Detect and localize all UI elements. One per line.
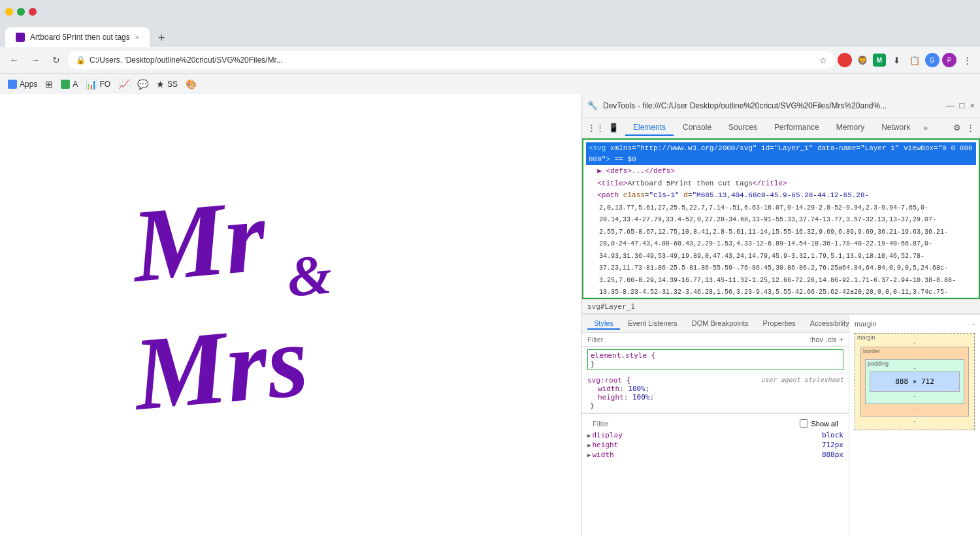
lower-tab-event-listeners[interactable]: Event Listeners: [621, 318, 684, 330]
border-bottom-value: -: [913, 405, 915, 412]
tab-sources[interactable]: Sources: [721, 120, 765, 136]
svg-text:&: &: [285, 242, 335, 309]
extension-icon-5[interactable]: 📋: [907, 52, 923, 68]
tab-bar: Artboard 5Print then cut tags × +: [0, 24, 980, 47]
breadcrumb-text[interactable]: svg#Layer_1: [587, 302, 635, 311]
devtools-close-button[interactable]: ×: [970, 101, 975, 110]
html-line-title: <title>Artboard 5Print then cut tags</ti…: [586, 178, 976, 190]
margin-label: margin: [857, 334, 875, 341]
element-style-closing: }: [591, 360, 595, 368]
lower-tab-dom-breakpoints[interactable]: DOM Breakpoints: [685, 318, 755, 330]
bookmark-a[interactable]: A: [61, 80, 78, 89]
bookmark-chat[interactable]: 💬: [137, 79, 148, 89]
devtools-tabs: ⋮⋮ 📱 Elements Console Sources Performanc…: [582, 118, 980, 138]
extension-icon-1[interactable]: [838, 53, 852, 67]
refresh-button[interactable]: ↻: [47, 51, 65, 69]
devtools-maximize-button[interactable]: □: [960, 101, 965, 110]
tab-more-button[interactable]: »: [919, 121, 932, 135]
address-bar-row: ← → ↻ 🔒 C:/Users. 'Desktop/outline%20cri…: [0, 47, 980, 73]
tab-console[interactable]: Console: [675, 120, 719, 136]
html-line-path7: 37.23,11.73-81.86-25.5-81.86-55.59-.76-8…: [586, 262, 976, 274]
show-all-checkbox[interactable]: [800, 419, 808, 428]
html-line-path2: 2,0,13.77,5.61,27,25.5,22.7,7.14-.51,6.6…: [586, 202, 976, 214]
element-style-editor[interactable]: element.style { }: [587, 349, 843, 370]
profile-icon[interactable]: P: [942, 53, 956, 67]
extension-icon-2[interactable]: 🦁: [855, 52, 870, 68]
border-label: border: [863, 348, 880, 355]
computed-filter-input[interactable]: [593, 420, 797, 428]
html-line-defs: ▶ <defs>...</defs>: [586, 165, 976, 178]
html-line-path5: 28,0-24-47.43,4.08-60.43,2.29-1.53,4.33-…: [586, 238, 976, 250]
maximize-button[interactable]: [17, 8, 25, 16]
more-button[interactable]: ⋮: [959, 52, 975, 68]
height-expand-icon[interactable]: ▶: [587, 442, 591, 449]
tab-title: Artboard 5Print then cut tags: [30, 33, 130, 42]
close-window-button[interactable]: [29, 8, 37, 16]
box-content: 888 × 712: [870, 371, 960, 392]
browser-chrome: Artboard 5Print then cut tags × + ← → ↻ …: [0, 0, 980, 94]
filter-cls-badge[interactable]: .cls: [826, 336, 837, 343]
computed-display-prop: ▶display block: [587, 430, 843, 440]
minimize-button[interactable]: [5, 8, 13, 16]
bookmark-star[interactable]: ★ SS: [156, 79, 178, 89]
devtools-panel: 🔧 DevTools - file:///C:/User Desktop/out…: [581, 94, 980, 536]
address-bar[interactable]: 🔒 C:/Users. 'Desktop/outline%20cricut/SV…: [68, 51, 835, 69]
devtools-dock-icon[interactable]: ⋮: [966, 123, 975, 133]
box-model-panel: margin - margin - border - padding -: [849, 315, 980, 536]
devtools-minimize-button[interactable]: —: [946, 101, 955, 110]
tab-favicon: [16, 33, 25, 42]
tab-elements[interactable]: Elements: [625, 120, 674, 136]
devtools-icon: ⋮⋮: [587, 123, 604, 133]
element-style-block: element.style { }: [582, 347, 849, 373]
tab-performance[interactable]: Performance: [766, 120, 827, 136]
lower-tab-properties[interactable]: Properties: [757, 318, 802, 330]
extension-icon-3[interactable]: M: [873, 54, 886, 67]
width-expand-icon[interactable]: ▶: [587, 452, 591, 458]
forward-button[interactable]: →: [26, 51, 44, 69]
display-prop-name: display: [592, 431, 622, 439]
html-panel[interactable]: <svg xmlns="http://www.w3.org/2000/svg" …: [582, 138, 980, 299]
bookmarks-bar: Apps ⊞ A 📊 FO 📈 💬 ★ SS 🎨: [0, 73, 980, 94]
style-source-label: user agent stylesheet: [761, 376, 843, 383]
box-content-size: 888 × 712: [895, 377, 934, 386]
margin-top-value: -: [913, 339, 915, 347]
bookmark-star-icon[interactable]: ☆: [819, 55, 827, 65]
display-expand-icon[interactable]: ▶: [587, 432, 591, 439]
computed-height-prop: ▶height 712px: [587, 440, 843, 450]
lower-tab-styles[interactable]: Styles: [587, 318, 620, 330]
html-line-path3: 20.14,33.4-27.79,33.4-52,0,27.28-34.68,3…: [586, 213, 976, 226]
box-padding: padding - 888 × 712 -: [865, 359, 964, 404]
styles-filter-input[interactable]: [587, 336, 807, 343]
width-prop-value: 100%: [628, 385, 645, 393]
margin-bottom-value: -: [913, 417, 915, 424]
close-tab-button[interactable]: ×: [135, 33, 139, 41]
devtools-settings-icon[interactable]: ⚙: [953, 123, 961, 133]
tab-network[interactable]: Network: [874, 120, 918, 136]
main-area: .cls-1 { fill: #6a0dad; } Mr & Mrs 🔧 Dev…: [0, 94, 980, 536]
show-all-label[interactable]: Show all: [800, 419, 838, 428]
padding-top-value: -: [913, 364, 915, 371]
bookmark-chart[interactable]: 📈: [118, 79, 129, 89]
bookmark-apps[interactable]: Apps: [8, 80, 37, 89]
extension-icon-6[interactable]: G: [925, 53, 939, 67]
browser-tab-active[interactable]: Artboard 5Print then cut tags ×: [5, 27, 150, 47]
a-bookmark-icon: [61, 80, 70, 89]
devtools-window-controls: — □ ×: [946, 101, 975, 110]
bookmark-more[interactable]: 🎨: [186, 79, 197, 89]
filter-hov-badge[interactable]: :hov: [809, 336, 823, 343]
box-margin: margin - border - padding - 888 × 712: [855, 333, 975, 430]
padding-label: padding: [868, 360, 889, 367]
tab-memory[interactable]: Memory: [828, 120, 872, 136]
svg-preview: .cls-1 { fill: #6a0dad; } Mr & Mrs: [0, 94, 581, 536]
back-button[interactable]: ←: [5, 51, 24, 69]
bookmark-grid[interactable]: ⊞: [45, 79, 53, 89]
extension-icon-4[interactable]: ⬇: [889, 52, 904, 68]
height-prop-name2: height: [592, 441, 618, 449]
computed-filter-bar: Show all: [587, 417, 843, 430]
bookmark-fo[interactable]: 📊 FO: [86, 79, 110, 89]
computed-section: Show all ▶display block ▶height 712px ▶w…: [582, 413, 849, 462]
lower-tab-accessibility[interactable]: Accessibility: [804, 318, 849, 330]
filter-plus-button[interactable]: +: [840, 336, 843, 343]
width-prop-name2: width: [592, 450, 613, 459]
new-tab-button[interactable]: +: [152, 29, 171, 47]
